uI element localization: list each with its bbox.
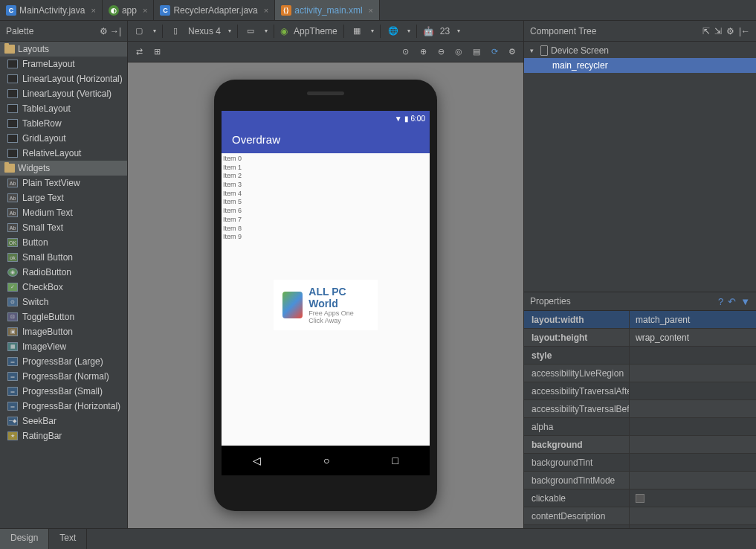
property-value[interactable] [630, 472, 756, 489]
property-value[interactable] [630, 347, 756, 364]
palette-group-widgets[interactable]: Widgets [0, 161, 127, 176]
property-value[interactable] [630, 525, 756, 528]
help-icon[interactable]: ? [718, 296, 723, 307]
palette-item[interactable]: TableLayout [0, 101, 127, 116]
toggle-layout-icon[interactable]: ⊞ [150, 45, 164, 59]
property-row[interactable]: background [524, 436, 756, 454]
palette-item[interactable]: ═ProgressBar (Normal) [0, 369, 127, 384]
collapse-icon[interactable]: →| [110, 26, 121, 36]
device-select[interactable]: Nexus 4 [188, 26, 221, 36]
tab-design[interactable]: Design [0, 529, 49, 549]
palette-item[interactable]: AbSmall Text [0, 220, 127, 235]
property-row[interactable]: layout:widthmatch_parent [524, 311, 756, 329]
palette-item[interactable]: ─◆SeekBar [0, 414, 127, 428]
tree-item-main-recycler[interactable]: main_recycler [524, 58, 756, 73]
property-value[interactable]: wrap_content [630, 329, 756, 346]
close-icon[interactable]: × [264, 6, 268, 15]
filter-icon[interactable]: ▼ [740, 296, 750, 307]
viewport-icon[interactable]: ▢ [132, 25, 146, 38]
property-value[interactable] [630, 418, 756, 435]
property-value[interactable] [630, 400, 756, 417]
palette-item[interactable]: ▣ImageButton [0, 324, 127, 339]
palette-item[interactable]: RelativeLayout [0, 146, 127, 161]
property-value[interactable] [630, 454, 756, 471]
property-value[interactable] [630, 365, 756, 382]
palette-item[interactable]: ✓CheckBox [0, 280, 127, 295]
palette-item[interactable]: AbMedium Text [0, 205, 127, 220]
property-row[interactable]: style [524, 347, 756, 365]
expand-icon[interactable]: ⇱ [702, 26, 710, 36]
property-row[interactable]: clickable [524, 489, 756, 507]
orientation-icon[interactable]: ▭ [244, 25, 257, 38]
property-value[interactable]: match_parent [630, 311, 756, 328]
property-row[interactable]: contentDescription [524, 507, 756, 525]
property-row[interactable]: accessibilityLiveRegion [524, 365, 756, 382]
locale-icon[interactable]: 🌐 [387, 25, 400, 38]
palette-item[interactable]: okSmall Button [0, 250, 127, 265]
chevron-down-icon[interactable]: ▾ [530, 47, 537, 54]
property-value[interactable] [630, 436, 756, 453]
palette-item[interactable]: FrameLayout [0, 57, 127, 71]
property-value[interactable] [630, 489, 756, 507]
radio-icon: ◉ [7, 268, 18, 277]
collapse-icon[interactable]: ⇲ [714, 26, 722, 36]
gear-icon[interactable]: ⚙ [726, 26, 734, 36]
property-row[interactable]: accessibilityTraversalBefore [524, 400, 756, 418]
palette-item[interactable]: AbPlain TextView [0, 176, 127, 190]
palette-item[interactable]: ═ProgressBar (Small) [0, 384, 127, 399]
hide-icon[interactable]: |← [739, 26, 750, 36]
property-row[interactable]: backgroundTintMode [524, 472, 756, 489]
device-icon[interactable]: ▯ [169, 25, 182, 38]
tree-root[interactable]: ▾ Device Screen [524, 43, 756, 58]
palette-item[interactable]: ⊙Switch [0, 295, 127, 309]
zoom-fit-icon[interactable]: ⊙ [398, 45, 412, 59]
api-select[interactable]: 23 [440, 26, 450, 36]
palette-item[interactable]: ⊡ToggleButton [0, 309, 127, 324]
toggle-size-icon[interactable]: ⇄ [132, 45, 146, 59]
property-value[interactable] [630, 382, 756, 399]
zoom-in-icon[interactable]: ⊕ [416, 45, 430, 59]
close-icon[interactable]: × [369, 6, 373, 15]
design-canvas[interactable]: ▼ ▮ 6:00 Overdraw Item 0 Item 1 Item 2 I… [128, 62, 523, 528]
palette-item[interactable]: TableRow [0, 116, 127, 131]
tab-app[interactable]: ◐ app × [103, 0, 154, 20]
tab-label: app [122, 5, 137, 16]
palette-item[interactable]: ★RatingBar [0, 428, 127, 443]
tab-recycler-adapter[interactable]: C RecyclerAdapter.java × [154, 0, 275, 20]
settings-icon[interactable]: ⚙ [505, 45, 519, 59]
property-row[interactable]: accessibilityTraversalAfter [524, 382, 756, 400]
clipboard-icon[interactable]: ▤ [470, 45, 483, 59]
palette-item[interactable]: LinearLayout (Vertical) [0, 86, 127, 101]
progress-icon: ═ [7, 357, 18, 366]
tab-activity-main-xml[interactable]: ⟨⟩ activity_main.xml × [275, 0, 380, 20]
palette-item[interactable]: OKButton [0, 235, 127, 250]
checkbox[interactable] [636, 494, 644, 503]
activity-icon[interactable]: ▦ [350, 25, 364, 38]
palette-group-layouts[interactable]: Layouts [0, 42, 127, 57]
close-icon[interactable]: × [91, 6, 95, 15]
palette-item[interactable]: ═ProgressBar (Large) [0, 354, 127, 369]
property-row[interactable]: contextClickable [524, 525, 756, 528]
palette-item[interactable]: LinearLayout (Horizontal) [0, 71, 127, 86]
theme-select[interactable]: AppTheme [294, 26, 337, 36]
undo-icon[interactable]: ↶ [728, 296, 736, 307]
component-tree-header: Component Tree ⇱ ⇲ ⚙ |← [524, 21, 756, 42]
palette-item[interactable]: ▦ImageView [0, 339, 127, 354]
image-view-icon: ▦ [7, 342, 18, 351]
palette-item[interactable]: ◉RadioButton [0, 265, 127, 280]
property-value[interactable] [630, 507, 756, 524]
zoom-actual-icon[interactable]: ◎ [452, 45, 465, 59]
zoom-out-icon[interactable]: ⊖ [434, 45, 448, 59]
close-icon[interactable]: × [143, 6, 147, 15]
palette-item[interactable]: ═ProgressBar (Horizontal) [0, 399, 127, 414]
palette-item[interactable]: GridLayout [0, 131, 127, 146]
list-item: Item 0 [223, 155, 428, 164]
palette-item[interactable]: AbLarge Text [0, 190, 127, 205]
property-row[interactable]: backgroundTint [524, 454, 756, 472]
property-row[interactable]: layout:heightwrap_content [524, 329, 756, 347]
gear-icon[interactable]: ⚙ [100, 26, 108, 36]
tab-text[interactable]: Text [49, 529, 87, 549]
property-row[interactable]: alpha [524, 418, 756, 436]
refresh-icon[interactable]: ⟳ [488, 45, 501, 59]
tab-main-activity[interactable]: C MainActivity.java × [0, 0, 103, 20]
